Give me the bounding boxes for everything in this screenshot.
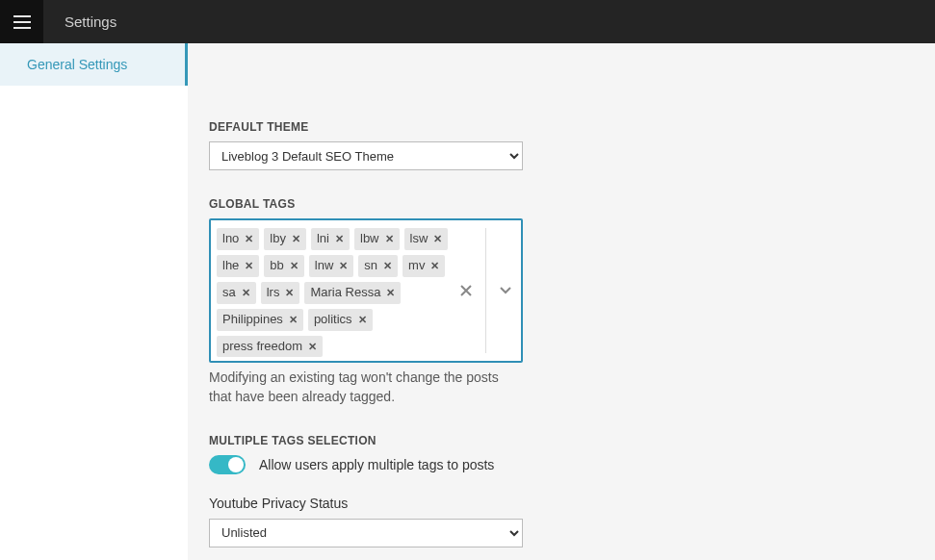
- multiple-tags-toggle-label: Allow users apply multiple tags to posts: [259, 457, 494, 472]
- tag-chip-label: lno: [222, 231, 239, 247]
- tags-dropdown-button[interactable]: [498, 283, 513, 298]
- tag-chip-label: lhe: [222, 258, 239, 274]
- tag-chip: lno✕: [217, 228, 259, 250]
- sidebar-item-label: General Settings: [27, 57, 127, 72]
- tag-chip-label: Maria Ressa: [310, 285, 380, 301]
- tag-chip: lnw✕: [309, 255, 354, 277]
- tag-chip-label: sa: [222, 285, 236, 301]
- global-tags-label: GLOBAL TAGS: [209, 197, 710, 211]
- tag-chip-label: politics: [314, 312, 352, 328]
- remove-tag-button[interactable]: ✕: [285, 286, 294, 299]
- page-title: Settings: [43, 13, 117, 30]
- divider: [485, 228, 486, 353]
- svg-rect-1: [13, 21, 31, 23]
- tag-chip-label: bb: [270, 258, 283, 274]
- tag-chip: Philippines✕: [217, 309, 303, 331]
- multiple-tags-row: Allow users apply multiple tags to posts: [209, 455, 710, 474]
- remove-tag-button[interactable]: ✕: [358, 313, 367, 326]
- tag-chip-container: lno✕lby✕lni✕lbw✕lsw✕lhe✕bb✕lnw✕sn✕mv✕sa✕…: [211, 220, 458, 361]
- tag-chip: lrs✕: [261, 282, 300, 304]
- remove-tag-button[interactable]: ✕: [433, 232, 442, 245]
- tag-chip: bb✕: [264, 255, 303, 277]
- tag-chip: press freedom✕: [217, 336, 323, 358]
- tag-chip: lni✕: [311, 228, 350, 250]
- tag-chip-label: press freedom: [222, 339, 302, 355]
- close-icon: [460, 285, 472, 296]
- remove-tag-button[interactable]: ✕: [308, 340, 317, 353]
- tag-chip-label: lni: [317, 231, 329, 247]
- remove-tag-button[interactable]: ✕: [292, 232, 300, 245]
- tag-chip-label: sn: [364, 258, 377, 274]
- tag-chip-label: lby: [270, 231, 286, 247]
- remove-tag-button[interactable]: ✕: [242, 286, 250, 299]
- remove-tag-button[interactable]: ✕: [245, 232, 253, 245]
- remove-tag-button[interactable]: ✕: [289, 313, 298, 326]
- topbar: Settings: [0, 0, 935, 43]
- clear-tags-button[interactable]: [458, 283, 474, 298]
- youtube-privacy-select[interactable]: Unlisted: [209, 519, 523, 547]
- sidebar-item-general-settings[interactable]: General Settings: [0, 43, 188, 86]
- tag-chip-label: lsw: [410, 231, 429, 247]
- settings-section: DEFAULT THEME Liveblog 3 Default SEO The…: [209, 120, 710, 547]
- chevron-down-icon: [500, 287, 511, 294]
- menu-button[interactable]: [0, 0, 43, 43]
- remove-tag-button[interactable]: ✕: [290, 259, 299, 272]
- tag-chip: politics✕: [308, 309, 373, 331]
- content: DEFAULT THEME Liveblog 3 Default SEO The…: [188, 43, 935, 560]
- tag-chip: sn✕: [358, 255, 398, 277]
- tag-chip: lbw✕: [354, 228, 400, 250]
- sidebar: General Settings: [0, 43, 188, 560]
- svg-rect-2: [13, 27, 31, 29]
- remove-tag-button[interactable]: ✕: [383, 259, 392, 272]
- remove-tag-button[interactable]: ✕: [386, 286, 395, 299]
- default-theme-select[interactable]: Liveblog 3 Default SEO Theme: [209, 141, 523, 170]
- tagbox-controls: [458, 220, 521, 361]
- tag-chip: sa✕: [217, 282, 256, 304]
- remove-tag-button[interactable]: ✕: [335, 232, 344, 245]
- default-theme-label: DEFAULT THEME: [209, 120, 710, 134]
- tag-chip-label: lrs: [267, 285, 280, 301]
- hamburger-icon: [13, 15, 31, 29]
- multiple-tags-toggle[interactable]: [209, 455, 246, 474]
- tag-chip: mv✕: [403, 255, 445, 277]
- remove-tag-button[interactable]: ✕: [245, 259, 253, 272]
- tag-chip-label: Philippines: [222, 312, 283, 328]
- tag-chip: lby✕: [264, 228, 306, 250]
- youtube-privacy-label: Youtube Privacy Status: [209, 496, 710, 511]
- remove-tag-button[interactable]: ✕: [385, 232, 394, 245]
- global-tags-input[interactable]: lno✕lby✕lni✕lbw✕lsw✕lhe✕bb✕lnw✕sn✕mv✕sa✕…: [209, 218, 523, 363]
- tag-chip-label: mv: [408, 258, 425, 274]
- main: General Settings DEFAULT THEME Liveblog …: [0, 43, 935, 560]
- global-tags-hint: Modifying an existing tag won't change t…: [209, 369, 523, 406]
- tag-chip: lhe✕: [217, 255, 259, 277]
- toggle-knob: [228, 457, 244, 472]
- remove-tag-button[interactable]: ✕: [339, 259, 348, 272]
- remove-tag-button[interactable]: ✕: [430, 259, 439, 272]
- tag-chip-label: lbw: [360, 231, 379, 247]
- tag-chip-label: lnw: [315, 258, 334, 274]
- multiple-tags-label: MULTIPLE TAGS SELECTION: [209, 434, 710, 447]
- svg-rect-0: [13, 15, 31, 17]
- tag-chip: lsw✕: [404, 228, 449, 250]
- tag-chip: Maria Ressa✕: [304, 282, 401, 304]
